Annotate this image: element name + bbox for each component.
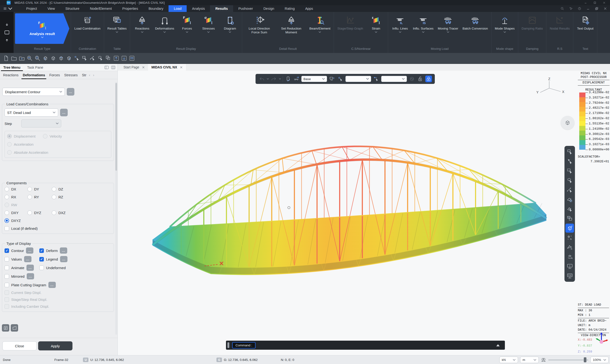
radio-dyz[interactable]: DYZ	[27, 210, 52, 215]
radio-dxz[interactable]: DXZ	[52, 210, 111, 215]
pick-element-icon[interactable]	[373, 76, 379, 82]
zoom-level-select[interactable]: 100%	[590, 357, 609, 363]
select-single-icon[interactable]	[565, 147, 574, 156]
menu-item-analysis[interactable]: Analysis	[187, 5, 210, 12]
pick-volume-icon[interactable]	[565, 205, 574, 214]
checkbox-mirrored[interactable]: Mirrored...	[4, 273, 39, 279]
checkbox-undeformed[interactable]: Undeformed	[39, 265, 111, 271]
ribbon-button-set-reduction-moment[interactable]: Set Reduction Moment	[275, 13, 307, 46]
ribbon-button-reactions[interactable]: Reactions	[131, 13, 153, 46]
ribbon-button-stage-step-graph[interactable]: Stage/Step Graph	[335, 13, 365, 46]
checkbox-current-step-displ[interactable]: Current Step Displ.	[4, 290, 111, 295]
radio-circle[interactable]	[27, 210, 32, 215]
rotate-model-icon[interactable]	[285, 76, 291, 82]
command-input[interactable]: Command :	[232, 342, 256, 349]
tab-tree-menu[interactable]: Tree Menu	[0, 64, 24, 71]
named-group-select[interactable]	[381, 76, 407, 82]
radio-dxy[interactable]: DXY	[4, 210, 27, 215]
ribbon-button-deformations[interactable]: Deformations	[153, 13, 176, 46]
undo-icon[interactable]	[259, 76, 265, 82]
unlock-icon[interactable]	[417, 76, 424, 82]
dynamic-view-icon[interactable]	[409, 76, 415, 82]
checkbox-stage-step-real-displ[interactable]: Stage/Step Real Displ.	[4, 297, 111, 302]
radio-dx[interactable]: DX	[4, 187, 27, 191]
element-box-icon[interactable]	[329, 76, 335, 82]
chevron-down-icon[interactable]	[399, 31, 402, 33]
tab-start-page[interactable]: Start Page	[120, 64, 148, 71]
select-box-icon[interactable]	[81, 55, 88, 62]
search-icon[interactable]	[560, 7, 564, 11]
doc-restore-icon[interactable]	[595, 7, 598, 11]
radio-circle[interactable]	[4, 195, 9, 199]
pick-node-icon[interactable]	[337, 76, 344, 82]
checkbox-box[interactable]	[4, 283, 9, 287]
radio-circle[interactable]	[4, 210, 9, 215]
radio-circle[interactable]	[27, 195, 32, 199]
radio-circle[interactable]	[52, 187, 56, 191]
option-settings-button[interactable]: ...	[26, 247, 33, 254]
result-tab-str[interactable]: Str	[80, 71, 89, 79]
ribbon-button-analysis-result[interactable]: FIAnalysis result	[15, 13, 69, 44]
zoom-window-icon[interactable]	[34, 55, 41, 62]
apply-button[interactable]: Apply	[38, 341, 72, 351]
chevron-down-icon[interactable]	[163, 31, 166, 33]
menu-item-design[interactable]: Design	[258, 5, 279, 12]
menu-item-rating[interactable]: Rating	[279, 5, 300, 12]
chevron-down-icon[interactable]	[447, 31, 449, 33]
radio-rw[interactable]: RW	[4, 203, 27, 207]
command-bar-grip[interactable]	[227, 342, 229, 348]
tab-midas-civil-nx[interactable]: MIDAS CIVIL NX	[148, 64, 186, 71]
radio-displacement[interactable]: Displacement	[7, 134, 43, 139]
force-unit-select[interactable]: kN	[499, 357, 518, 363]
checkbox-box[interactable]: ✓	[39, 257, 44, 261]
ribbon-button-diagram[interactable]: Diagram	[220, 13, 241, 46]
checkbox-including-camber-displ[interactable]: Including Camber Displ.	[4, 304, 111, 309]
panel-scrollbar[interactable]	[115, 82, 117, 335]
select-add-icon[interactable]	[565, 157, 574, 166]
ribbon-button-batch-conversion[interactable]: Batch Conversion	[461, 13, 490, 46]
ribbon-button-load-combination[interactable]: LCLoad Combination	[72, 13, 103, 46]
chevron-down-icon[interactable]	[141, 31, 143, 33]
length-unit-select[interactable]: m	[520, 357, 539, 363]
menu-item-pushover[interactable]: Pushover	[233, 5, 258, 12]
doc-minimize-icon[interactable]	[586, 7, 590, 11]
ribbon-button-mode-shapes[interactable]: Mode Shapes	[493, 13, 517, 46]
save-result-button[interactable]	[11, 324, 18, 332]
pick-line-icon[interactable]	[89, 55, 96, 62]
bridge-model[interactable]	[118, 71, 610, 355]
display-refresh-icon[interactable]	[293, 76, 300, 82]
command-expand-icon[interactable]	[496, 344, 500, 346]
ribbon-button-local-direction-force-sum[interactable]: Local Direction Force Sum	[244, 13, 275, 46]
radio-ry[interactable]: RY	[27, 195, 52, 199]
chevron-down-icon[interactable]	[186, 31, 188, 33]
chevron-down-icon[interactable]	[375, 31, 377, 33]
checkbox-box[interactable]: ✓	[39, 248, 44, 253]
result-tab-reactions[interactable]: Reactions	[1, 71, 21, 79]
menu-item-apps[interactable]: Apps	[300, 5, 318, 12]
step-select[interactable]	[21, 119, 61, 128]
radio-circle[interactable]	[7, 142, 12, 147]
view-front-icon[interactable]	[42, 55, 49, 62]
base-select[interactable]: Base	[301, 76, 327, 82]
zoom-window-2-icon[interactable]	[565, 214, 574, 223]
select-identity-icon[interactable]	[73, 55, 80, 62]
load-case-options-button[interactable]: ...	[60, 109, 68, 116]
load-case-select[interactable]: ST: Dead Load	[4, 108, 58, 117]
import-file-icon[interactable]	[18, 55, 25, 62]
checkbox-box[interactable]	[4, 297, 9, 302]
close-tab-icon[interactable]	[142, 66, 145, 69]
radio-acceleration[interactable]: Acceleration	[7, 142, 43, 147]
menu-item-load[interactable]: Load	[169, 5, 187, 12]
ribbon-dock-toggle[interactable]	[0, 12, 13, 53]
dock-layout-split-icon[interactable]	[111, 65, 116, 70]
hamburger-menu-icon[interactable]	[0, 5, 16, 12]
checkbox-box[interactable]	[4, 226, 9, 231]
ribbon-button-beam-element[interactable]: Beam/Element	[308, 13, 333, 46]
maximize-icon[interactable]	[593, 1, 597, 4]
doc-close-icon[interactable]	[603, 7, 607, 11]
checkbox-box[interactable]	[4, 290, 9, 295]
tabs-scroll-right-icon[interactable]: ›	[93, 73, 94, 77]
select-window-icon[interactable]	[565, 166, 574, 175]
checkbox-box[interactable]	[4, 257, 9, 261]
chevron-down-icon[interactable]	[504, 31, 506, 33]
